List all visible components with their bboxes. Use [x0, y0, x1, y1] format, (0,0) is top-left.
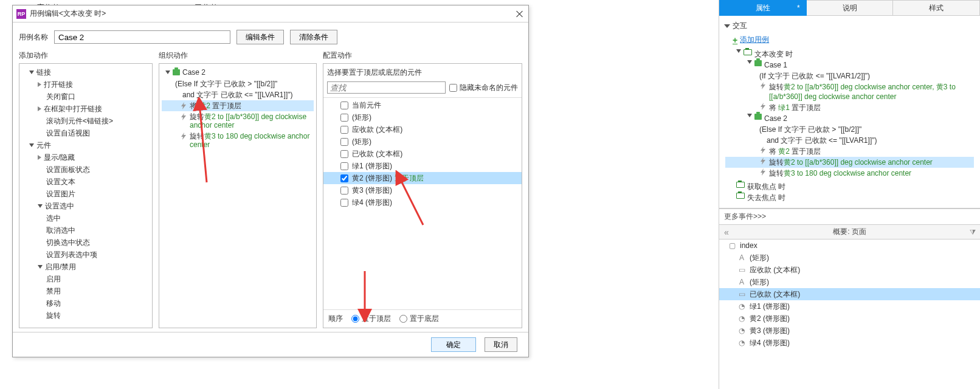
- order-bottom-radio[interactable]: 置于底层: [399, 314, 439, 324]
- org-action-bring-front[interactable]: 将 黄2 置于顶层: [162, 100, 314, 111]
- outline-item[interactable]: ▭应收款 (文本框): [719, 264, 980, 276]
- tree-item[interactable]: 在框架中打开链接: [21, 103, 151, 115]
- configure-item[interactable]: 绿4 (饼形图): [323, 196, 522, 208]
- plus-icon: +: [733, 35, 737, 45]
- outline-item[interactable]: A(矩形): [719, 276, 980, 288]
- tree-item[interactable]: 取消选中: [21, 224, 151, 236]
- configure-item[interactable]: 绿1 (饼形图): [323, 160, 522, 172]
- order-label: 顺序: [328, 314, 343, 324]
- add-actions-tree[interactable]: 链接 打开链接 关闭窗口 在框架中打开链接 滚动到元件<锚链接> 设置自适视图 …: [19, 63, 153, 328]
- org-action-rotate[interactable]: 旋转黄2 to [[a/b*360]] deg clockwise anchor…: [162, 111, 314, 131]
- tree-group-selected[interactable]: 设置选中: [21, 200, 151, 212]
- tree-group-links[interactable]: 链接: [21, 66, 151, 78]
- add-case-link[interactable]: +添加用例: [733, 35, 974, 45]
- case-name-row: 用例名称 编辑条件 清除条件: [13, 22, 528, 48]
- add-actions-title: 添加动作: [19, 48, 153, 63]
- clear-condition-button[interactable]: 清除条件: [290, 30, 337, 44]
- outline-item[interactable]: ◔黄3 (饼形图): [719, 325, 980, 337]
- configure-item[interactable]: (矩形): [323, 111, 522, 123]
- org-condition: (Else If 文字于 已收款 > "[[b/2]]": [162, 78, 314, 89]
- outline-item[interactable]: ▭已收款 (文本框): [719, 288, 980, 300]
- order-top-radio[interactable]: 置于顶层: [351, 314, 391, 324]
- order-row: 顺序 置于顶层 置于底层: [323, 309, 522, 328]
- configure-item[interactable]: (矩形): [323, 136, 522, 148]
- tree-item[interactable]: 设置面板状态: [21, 164, 151, 176]
- tree-item[interactable]: 禁用: [21, 285, 151, 297]
- bolt-icon: [759, 157, 767, 165]
- tree-item[interactable]: 旋转: [21, 309, 151, 322]
- configure-item[interactable]: 黄2 (饼形图)置于顶层: [323, 172, 522, 184]
- outline-item[interactable]: A(矩形): [719, 252, 980, 264]
- ok-button[interactable]: 确定: [431, 337, 476, 352]
- org-action-rotate[interactable]: 旋转黄3 to 180 deg clockwise anchor center: [162, 131, 314, 150]
- tree-item[interactable]: 打开链接: [21, 78, 151, 91]
- tab-properties[interactable]: 属性*: [719, 0, 807, 16]
- outline-back-icon[interactable]: «: [719, 227, 734, 237]
- organize-actions-title: 组织动作: [159, 48, 317, 63]
- action-bring-front[interactable]: 将 黄2 置于顶层: [725, 146, 974, 157]
- dialog-title: 用例编辑<文本改变 时>: [30, 9, 515, 19]
- event-icon: [736, 182, 745, 188]
- field-icon: ▭: [737, 290, 746, 298]
- hide-unnamed-checkbox[interactable]: 隐藏未命名的元件: [449, 83, 518, 93]
- tree-item[interactable]: 启用: [21, 273, 151, 285]
- tree-item[interactable]: 显示/隐藏: [21, 151, 151, 164]
- org-case-node[interactable]: Case 2: [162, 66, 314, 78]
- A-icon: A: [737, 253, 746, 262]
- tree-item[interactable]: 选中: [21, 212, 151, 224]
- tree-group-enable[interactable]: 启用/禁用: [21, 261, 151, 273]
- tree-item[interactable]: 设置文本: [21, 176, 151, 188]
- configure-instruction: 选择要置于顶层或底层的元件: [327, 67, 518, 78]
- dialog-footer: 确定 取消: [13, 332, 528, 357]
- more-events-link[interactable]: 更多事件>>>: [719, 208, 980, 225]
- outline-item[interactable]: ▢index: [719, 239, 980, 252]
- configure-widget-list[interactable]: 当前元件(矩形)应收款 (文本框)(矩形)已收款 (文本框)绿1 (饼形图)黄2…: [323, 98, 522, 309]
- tree-item[interactable]: 关闭窗口: [21, 91, 151, 103]
- interactions-header[interactable]: 交互: [725, 21, 974, 31]
- tree-group-widgets[interactable]: 元件: [21, 139, 151, 151]
- case-condition: and 文字于 已收款 <= "[[LVAR1]]"): [725, 135, 974, 146]
- bolt-icon: [759, 103, 767, 110]
- field-icon: ▭: [737, 266, 746, 274]
- case-condition: (Else If 文字于 已收款 > "[[b/2]]": [725, 124, 974, 135]
- close-icon[interactable]: [515, 9, 525, 19]
- action-rotate[interactable]: 旋转黄3 to 180 deg clockwise anchor center: [725, 168, 974, 179]
- tree-item[interactable]: 设置列表选中项: [21, 249, 151, 261]
- action-rotate[interactable]: 旋转黄2 to [[a/b*360]] deg clockwise anchor…: [725, 81, 974, 102]
- bolt-icon: [759, 82, 767, 89]
- configure-item[interactable]: 应收款 (文本框): [323, 123, 522, 136]
- configure-item[interactable]: 黄3 (饼形图): [323, 184, 522, 196]
- case-node[interactable]: Case 2: [725, 113, 974, 124]
- case-node[interactable]: Case 1: [725, 60, 974, 71]
- outline-item[interactable]: ◔黄2 (饼形图): [719, 312, 980, 325]
- organize-actions-box[interactable]: Case 2 (Else If 文字于 已收款 > "[[b/2]]" and …: [159, 63, 317, 328]
- event-lost-focus[interactable]: 失去焦点 时: [725, 192, 974, 203]
- cancel-button[interactable]: 取消: [485, 337, 517, 352]
- case-name-input[interactable]: [54, 30, 230, 44]
- tree-item[interactable]: 设置自适视图: [21, 127, 151, 139]
- action-rotate[interactable]: 旋转黄2 to [[a/b*360]] deg clockwise anchor…: [725, 157, 974, 168]
- action-bring-front[interactable]: 将 绿1 置于顶层: [725, 102, 974, 113]
- outline-item[interactable]: ◔绿1 (饼形图): [719, 300, 980, 312]
- tab-style[interactable]: 样式: [893, 0, 980, 16]
- configure-item[interactable]: 当前元件: [323, 99, 522, 111]
- tab-notes[interactable]: 说明: [807, 0, 894, 16]
- event-text-change[interactable]: 文本改变 时: [725, 49, 974, 60]
- edit-condition-button[interactable]: 编辑条件: [236, 30, 284, 44]
- outline-header: « 概要: 页面 ⧩: [719, 225, 980, 239]
- org-condition: and 文字于 已收款 <= "[[LVAR1]]"): [162, 89, 314, 100]
- outline-list[interactable]: ▢indexA(矩形)▭应收款 (文本框)A(矩形)▭已收款 (文本框)◔绿1 …: [719, 239, 980, 389]
- event-got-focus[interactable]: 获取焦点 时: [725, 181, 974, 192]
- pie-icon: ◔: [737, 302, 746, 311]
- case-icon: [173, 69, 180, 75]
- configure-search-input[interactable]: [327, 81, 446, 94]
- tree-item[interactable]: 滚动到元件<锚链接>: [21, 115, 151, 127]
- tree-item[interactable]: 切换选中状态: [21, 236, 151, 249]
- bolt-icon: [180, 133, 187, 140]
- tree-item[interactable]: 设置图片: [21, 188, 151, 200]
- filter-icon[interactable]: ⧩: [965, 228, 980, 236]
- interactions-section: 交互 +添加用例 文本改变 时 Case 1 (If 文字于 已收款 <= "[…: [719, 16, 980, 208]
- outline-item[interactable]: ◔绿4 (饼形图): [719, 337, 980, 349]
- tree-item[interactable]: 移动: [21, 297, 151, 309]
- configure-item[interactable]: 已收款 (文本框): [323, 148, 522, 160]
